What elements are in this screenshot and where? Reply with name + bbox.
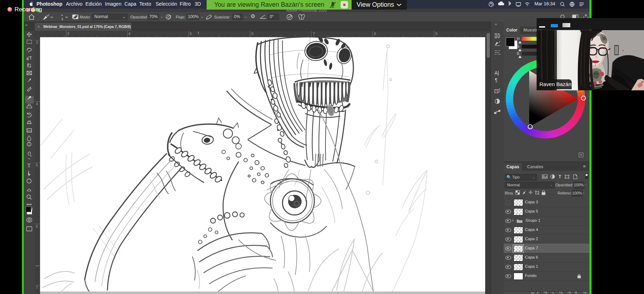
svg-text:T: T (27, 163, 30, 168)
svg-text:A|: A| (494, 70, 499, 76)
svg-text:¶: ¶ (495, 77, 498, 83)
svg-text:3: 3 (61, 17, 63, 21)
svg-text:T: T (559, 174, 561, 179)
